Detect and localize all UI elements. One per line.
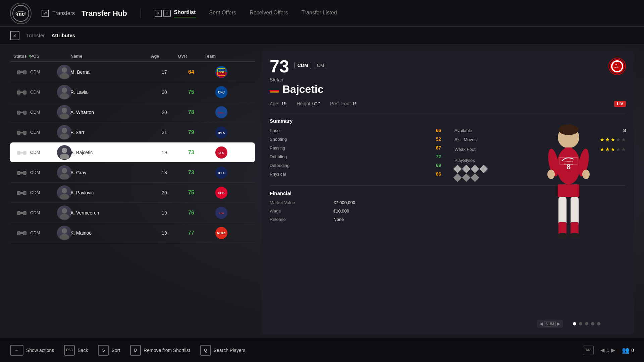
star-2: ★ (605, 136, 610, 143)
player-position: CDM (30, 69, 57, 74)
stat-pace: Pace 66 (270, 128, 441, 133)
show-actions-button[interactable]: ← Show actions (10, 345, 54, 356)
tab-transfer-listed[interactable]: Transfer Listed (302, 10, 337, 17)
svg-point-19 (60, 93, 69, 99)
table-row[interactable]: CDM A. Wharton 20 78 CPFC (10, 102, 255, 122)
page-dot-1 (573, 322, 576, 325)
weak-foot-stars: ★ ★ ★ ★ ★ (600, 146, 626, 153)
svg-text:ATM: ATM (219, 212, 224, 215)
search-players-label: Search Players (214, 348, 246, 353)
player-ovr: 77 (178, 230, 205, 236)
nav-divider (141, 8, 141, 18)
player-ovr: 73 (178, 170, 205, 176)
player-position: CDM (30, 150, 57, 155)
people-count: 👥 0 (622, 347, 634, 354)
sort-button[interactable]: S Sort (98, 345, 120, 356)
player-age: 19 (151, 150, 178, 155)
num-pad-control[interactable]: ◀ NUM ▶ (537, 320, 563, 328)
svg-rect-33 (20, 132, 23, 133)
tab-sent-offers[interactable]: Sent Offers (209, 10, 236, 17)
svg-point-6 (17, 71, 20, 74)
table-row[interactable]: CDM R. Lavia 20 75 CFC (10, 82, 255, 102)
player-ovr: 73 (178, 149, 205, 156)
svg-point-44 (23, 152, 26, 154)
right-controls: TAB ◀ 1 ▶ 👥 0 (583, 346, 634, 355)
svg-text:RED: RED (615, 64, 620, 66)
arrow-key-icon: ← (10, 345, 23, 356)
svg-point-53 (23, 172, 26, 174)
tottenham-badge: THFC (215, 126, 227, 138)
main-tabs: Shortlist Sent Offers Received Offers Tr… (174, 9, 337, 17)
header-status: Status ▼ (13, 54, 30, 59)
svg-point-72 (62, 208, 67, 214)
table-row[interactable]: CDM A. Gray 18 73 THFC (10, 163, 255, 183)
market-value: €7,000,000 (333, 200, 626, 205)
pref-foot-info: Pref. Foot R (330, 101, 356, 106)
transfers-nav[interactable]: Transfers (52, 10, 75, 16)
team-badge: THFC (205, 167, 238, 179)
remove-shortlist-button[interactable]: D Remove from Shortlist (130, 345, 190, 356)
table-row[interactable]: CDM A. Vermeeren 19 76 ATM (10, 203, 255, 223)
header-name-spacer (57, 54, 70, 59)
nav-arrows-count[interactable]: ◀ 1 ▶ (600, 347, 615, 353)
header-ovr: OVR (178, 54, 205, 59)
s-key-icon: S (98, 345, 109, 356)
diamond-5 (453, 173, 462, 182)
divider-1 (270, 113, 626, 113)
svg-point-104 (557, 233, 568, 238)
svg-point-73 (60, 214, 69, 220)
star-1: ★ (600, 136, 604, 143)
tab-received-offers[interactable]: Received Offers (250, 10, 288, 17)
table-row[interactable]: CDM P. Sarr 21 79 THFC (10, 122, 255, 142)
svg-point-43 (17, 152, 20, 154)
player-last-name: Bajcetic (270, 83, 626, 96)
table-row[interactable]: CDM S. Bajcetic 19 73 LFC (10, 142, 255, 163)
main-content: Status ▼ POS Name Age OVR Team (0, 44, 644, 338)
svg-text:BULL: BULL (614, 66, 620, 68)
table-row[interactable]: CDM M. Bernal 17 64 FCB (10, 62, 255, 82)
search-players-button[interactable]: Q Search Players (200, 345, 246, 356)
club-badge-detail: RED BULL (608, 58, 626, 75)
tab-shortlist[interactable]: Shortlist (174, 9, 196, 17)
controller-buttons-2: X C (155, 10, 171, 17)
list-header: Status ▼ POS Name Age OVR Team (10, 51, 255, 62)
team-badge: CPFC (205, 106, 238, 118)
diamond-6 (462, 173, 470, 182)
wf-star-4: ★ (616, 146, 621, 153)
secondary-position: CM (314, 62, 327, 69)
nav-right-arrow-icon[interactable]: ▶ (611, 347, 615, 353)
market-value-label: Market Value (270, 200, 323, 205)
w-button: W (42, 10, 49, 17)
table-row[interactable]: CDM K. Mainoo 19 77 MUFC (10, 223, 255, 243)
table-row[interactable]: CDM A. Pavlović 20 75 FCB (10, 183, 255, 203)
team-badge: LFC (205, 146, 238, 159)
header-name: Name (70, 54, 151, 59)
scout-icon (13, 229, 30, 237)
player-position: CDM (30, 190, 57, 195)
financial-grid: Market Value €7,000,000 Wage €10,000 Rel… (270, 200, 626, 222)
z-key-button[interactable]: Z (10, 31, 19, 40)
svg-rect-24 (20, 112, 23, 113)
wage: €10,000 (333, 208, 626, 214)
player-ovr: 64 (178, 69, 205, 75)
svg-point-26 (23, 111, 26, 114)
playstyles-diamonds (454, 166, 626, 181)
svg-text:FCB: FCB (218, 191, 225, 195)
diamond-2 (462, 165, 470, 173)
tab-control[interactable]: TAB (583, 346, 594, 355)
nav-left-arrow-icon[interactable]: ◀ (600, 347, 604, 353)
back-button[interactable]: ESC Back (64, 345, 88, 356)
sub-tab-transfer[interactable]: Transfer (26, 33, 45, 38)
player-detail-panel: 73 CDM CM RED BULL (262, 51, 634, 335)
player-name: S. Bajcetic (70, 150, 151, 155)
sub-tab-attributes[interactable]: Attributes (51, 33, 75, 38)
svg-point-55 (60, 174, 69, 179)
svg-point-46 (60, 154, 69, 159)
scout-icon (13, 68, 30, 76)
svg-text:CPFC: CPFC (218, 112, 224, 114)
svg-rect-51 (20, 172, 23, 174)
skill-stars: ★ ★ ★ ★ ★ (600, 136, 626, 143)
svg-text:FCB: FCB (219, 71, 224, 74)
svg-rect-91 (270, 92, 279, 93)
stat-defending: Defending 69 (270, 163, 441, 168)
